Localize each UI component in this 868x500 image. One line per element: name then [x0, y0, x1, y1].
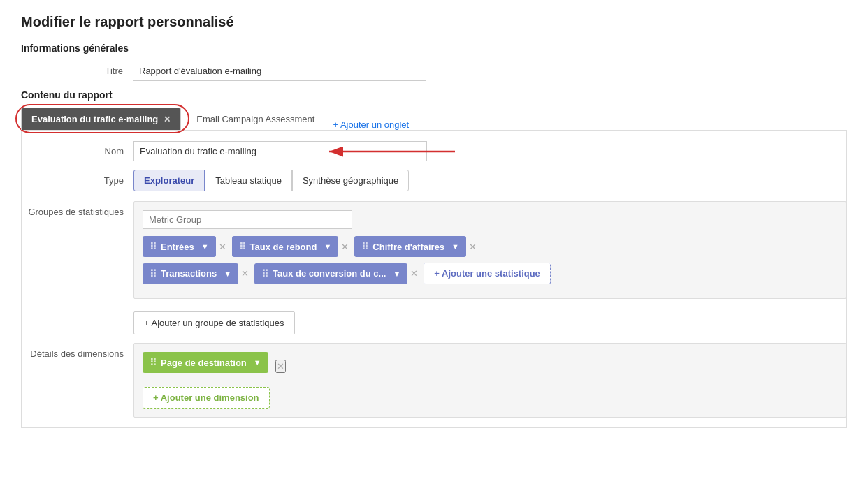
- drag-handle-icon-dim: ⠿: [150, 357, 157, 368]
- dropdown-icon-taux-rebond[interactable]: ▼: [324, 242, 331, 251]
- report-content-section: Contenu du rapport Evaluation du trafic …: [21, 89, 847, 428]
- metric-chiffre-label: Chiffre d'affaires: [372, 242, 444, 252]
- type-btn-explorateur[interactable]: Explorateur: [133, 170, 205, 191]
- metrics-row-2: ⠿ Transactions ▼ ✕ ⠿ Taux de conversion …: [143, 263, 837, 284]
- dimension-page-destination[interactable]: ⠿ Page de destination ▼: [143, 352, 268, 373]
- name-label: Nom: [22, 146, 133, 156]
- metric-transactions-wrapper: ⠿ Transactions ▼ ✕: [143, 263, 249, 284]
- dropdown-icon-transactions[interactable]: ▼: [224, 270, 231, 278]
- metric-chiffre-close[interactable]: ✕: [469, 242, 477, 252]
- metric-taux-rebond-label: Taux de rebond: [250, 242, 317, 252]
- add-tab-link[interactable]: + Ajouter un onglet: [333, 119, 409, 130]
- add-dimension-button[interactable]: + Ajouter une dimension: [143, 387, 270, 409]
- metric-chiffre[interactable]: ⠿ Chiffre d'affaires ▼: [354, 236, 466, 257]
- dimension-close-button[interactable]: ✕: [275, 360, 286, 373]
- add-stat-button[interactable]: + Ajouter une statistique: [424, 263, 551, 284]
- dimensions-content: ⠿ Page de destination ▼ ✕ + Ajouter une …: [133, 343, 846, 418]
- metric-transactions-label: Transactions: [161, 268, 217, 279]
- dimensions-label: Détails des dimensions: [22, 343, 133, 418]
- groups-section: Groupes de statistiques ⠿ Entrées ▼ ✕: [22, 201, 846, 334]
- metric-group-name-input[interactable]: [143, 210, 352, 229]
- metric-entrees-wrapper: ⠿ Entrées ▼ ✕: [143, 236, 226, 257]
- groups-content: ⠿ Entrées ▼ ✕ ⠿ Taux de rebond ▼: [133, 201, 846, 334]
- metric-transactions-close[interactable]: ✕: [241, 268, 249, 279]
- tab-evaluation[interactable]: Evaluation du trafic e-mailing ✕: [21, 108, 181, 130]
- type-btn-synthese[interactable]: Synthèse géographique: [292, 170, 409, 191]
- page-title: Modifier le rapport personnalisé: [21, 14, 847, 30]
- title-input[interactable]: [133, 61, 426, 81]
- general-info-label: Informations générales: [21, 43, 847, 54]
- type-label: Type: [22, 175, 133, 186]
- tab-close-icon[interactable]: ✕: [164, 115, 171, 124]
- tabs-bar: Evaluation du trafic e-mailing ✕ Email C…: [21, 108, 847, 131]
- metric-transactions[interactable]: ⠿ Transactions ▼: [143, 263, 238, 284]
- metric-taux-rebond-close[interactable]: ✕: [341, 242, 349, 252]
- metric-entrees-close[interactable]: ✕: [219, 242, 226, 252]
- dimension-page-destination-label: Page de destination: [161, 358, 247, 368]
- title-label: Titre: [21, 66, 133, 76]
- drag-handle-icon: ⠿: [150, 241, 157, 252]
- tab-email-campaign[interactable]: Email Campaign Assessment: [187, 108, 324, 130]
- metric-taux-rebond-wrapper: ⠿ Taux de rebond ▼ ✕: [232, 236, 349, 257]
- tab-email-campaign-label: Email Campaign Assessment: [196, 114, 314, 124]
- dimensions-box: ⠿ Page de destination ▼ ✕ + Ajouter une …: [133, 343, 846, 418]
- type-btn-tableau[interactable]: Tableau statique: [205, 170, 292, 191]
- name-row: Nom: [22, 141, 846, 161]
- type-button-group: Explorateur Tableau statique Synthèse gé…: [133, 170, 409, 191]
- report-content-label: Contenu du rapport: [21, 89, 847, 101]
- metric-taux-conversion-close[interactable]: ✕: [410, 268, 418, 279]
- drag-handle-icon-4: ⠿: [150, 268, 157, 279]
- metric-group-box: ⠿ Entrées ▼ ✕ ⠿ Taux de rebond ▼: [133, 201, 846, 299]
- metric-entrees-label: Entrées: [161, 242, 194, 252]
- metric-chiffre-wrapper: ⠿ Chiffre d'affaires ▼ ✕: [354, 236, 477, 257]
- metric-taux-conversion-wrapper: ⠿ Taux de conversion du c... ▼ ✕: [254, 263, 418, 284]
- drag-handle-icon-3: ⠿: [361, 241, 368, 252]
- name-input[interactable]: [133, 141, 427, 161]
- tab-content-area: Nom Type Explorateur Tableau statique Sy…: [21, 131, 847, 428]
- metric-taux-rebond[interactable]: ⠿ Taux de rebond ▼: [232, 236, 339, 257]
- metric-taux-conversion-label: Taux de conversion du c...: [273, 268, 386, 279]
- groups-label: Groupes de statistiques: [22, 201, 133, 334]
- drag-handle-icon-2: ⠿: [239, 241, 246, 252]
- metric-taux-conversion[interactable]: ⠿ Taux de conversion du c... ▼: [254, 263, 407, 284]
- dimensions-section: Détails des dimensions ⠿ Page de destina…: [22, 343, 846, 418]
- type-row: Type Explorateur Tableau statique Synthè…: [22, 170, 846, 191]
- metrics-row-1: ⠿ Entrées ▼ ✕ ⠿ Taux de rebond ▼: [143, 236, 837, 257]
- general-info-section: Informations générales Titre: [21, 43, 847, 81]
- title-row: Titre: [21, 61, 847, 81]
- dropdown-icon-dimension[interactable]: ▼: [254, 358, 261, 367]
- drag-handle-icon-5: ⠿: [261, 268, 268, 279]
- dropdown-icon-taux-conversion[interactable]: ▼: [393, 270, 400, 278]
- dropdown-icon-entrees[interactable]: ▼: [201, 242, 209, 251]
- metric-entrees[interactable]: ⠿ Entrées ▼: [143, 236, 216, 257]
- add-group-button[interactable]: + Ajouter un groupe de statistiques: [133, 311, 295, 334]
- dropdown-icon-chiffre[interactable]: ▼: [451, 242, 459, 251]
- tab-evaluation-label: Evaluation du trafic e-mailing: [31, 114, 158, 124]
